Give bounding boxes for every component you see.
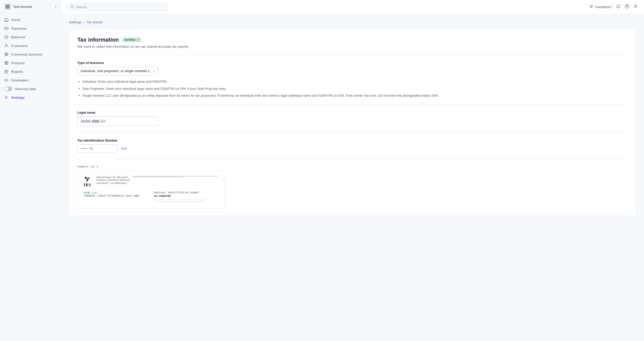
page-subtitle: We need to collect this information so w… — [77, 45, 628, 48]
business-type-bullets: Individual: Enter your individual legal … — [77, 79, 628, 98]
customers-icon — [4, 43, 9, 48]
sidebar-item-customers[interactable]: Customers — [0, 41, 61, 50]
balances-icon — [4, 35, 9, 39]
svg-point-23 — [635, 5, 637, 7]
irs-ein-value: 12-3456789 — [154, 195, 218, 198]
sidebar-item-label-customers: Customers — [11, 44, 28, 48]
irs-dept-line1: DEPARTMENT OF TREASURY — [96, 176, 130, 179]
settings-icon — [4, 95, 9, 100]
svg-rect-10 — [5, 63, 6, 65]
home-icon — [4, 18, 9, 22]
sidebar-item-products[interactable]: Products — [0, 59, 61, 67]
search-placeholder: Search... — [76, 5, 90, 9]
svg-point-4 — [6, 44, 7, 46]
business-type-select[interactable]: Individual, sole proprietor, or single-m… — [77, 67, 158, 75]
irs-left-col: ACME LLC THERESA LOPEZ-FITZGERALD SOLE M… — [84, 191, 148, 203]
business-type-label: Type of business — [77, 61, 628, 65]
sidebar-item-label-developers: Developers — [11, 78, 28, 82]
tin-input[interactable] — [77, 144, 118, 153]
divider — [77, 55, 628, 55]
feedback-label: Feedback? — [595, 5, 612, 9]
bullet-individual: Individual: Enter your individual legal … — [82, 79, 628, 84]
svg-rect-1 — [5, 27, 8, 30]
account-name: Test Account — [13, 5, 53, 9]
sidebar-item-reports[interactable]: Reports — [0, 67, 61, 76]
irs-body: ACME LLC THERESA LOPEZ-FITZGERALD SOLE M… — [84, 191, 218, 203]
sample-ss4-label: Sample SS-4 — [77, 165, 628, 168]
irs-dept-info: DEPARTMENT OF TREASURY INTERNAL REVENUE … — [96, 176, 130, 185]
topbar: Search... Feedback? — [61, 0, 644, 14]
page-title: Tax information — [77, 37, 119, 43]
products-icon — [4, 61, 9, 65]
main-area: Search... Feedback? Settings › — [61, 0, 644, 341]
svg-rect-9 — [7, 61, 8, 63]
sidebar-item-home[interactable]: Home — [0, 15, 61, 24]
irs-company-name: ACME LLC — [84, 191, 148, 194]
sidebar-item-balances[interactable]: Balances — [0, 33, 61, 41]
sidebar-item-label-connected-accounts: Connected accounts — [11, 53, 42, 56]
bullet-llc: Single-member LLC (are disregarded as an… — [82, 93, 628, 98]
sidebar-item-label-products: Products — [11, 61, 25, 65]
sidebar-header: Test Account ▾ — [0, 0, 61, 13]
irs-right — [133, 176, 218, 178]
irs-text: IRS — [84, 183, 91, 187]
irs-dept-line3: CINCINNATI, OH 45999-0023 — [96, 182, 130, 185]
tin-group: Tax Identification Number Edit — [77, 139, 628, 153]
sidebar-item-label-home: Home — [11, 18, 20, 22]
breadcrumb-settings-link[interactable]: Settings — [69, 20, 81, 24]
svg-point-22 — [627, 7, 627, 8]
sidebar-item-payments[interactable]: Payments — [0, 24, 61, 33]
breadcrumb: Settings › Tax details — [69, 20, 636, 24]
sidebar-item-label-reports: Reports — [11, 70, 23, 74]
sidebar-item-settings[interactable]: Settings — [0, 93, 61, 102]
edit-link[interactable]: Edit — [121, 147, 127, 150]
feedback-button[interactable]: Feedback? — [589, 5, 612, 9]
bullet-sole-prop: Sole Proprietor: Enter your individual l… — [82, 86, 628, 91]
svg-line-16 — [6, 79, 7, 81]
user-icon[interactable] — [633, 4, 638, 10]
help-icon[interactable] — [625, 4, 629, 10]
search-bar[interactable]: Search... — [67, 3, 168, 11]
irs-owner-name: THERESA LOPEZ-FITZGERALD SOLE MBR — [84, 194, 148, 197]
connected-accounts-icon — [4, 52, 9, 57]
irs-logo: 🦅 IRS — [84, 176, 91, 187]
developers-icon — [4, 78, 9, 82]
irs-header: 🦅 IRS DEPARTMENT OF TREASURY INTERNAL RE… — [84, 176, 218, 187]
page-title-row: Tax information Verified ✓ — [77, 37, 628, 43]
verified-label: Verified — [124, 38, 135, 42]
svg-rect-0 — [6, 20, 7, 22]
divider-3 — [77, 132, 628, 132]
sidebar-item-label-balances: Balances — [11, 35, 25, 39]
irs-line-2 — [154, 201, 205, 202]
topbar-right: Feedback? — [589, 4, 638, 10]
megaphone-icon — [589, 5, 594, 9]
irs-sample-card: 🦅 IRS DEPARTMENT OF TREASURY INTERNAL RE… — [77, 171, 224, 209]
irs-ein-label: Employer Identification Number — [154, 191, 218, 194]
sidebar: Test Account ▾ Home Payments Balances — [0, 0, 61, 341]
business-type-select-wrapper: Individual, sole proprietor, or single-m… — [77, 67, 158, 75]
chevron-down-icon[interactable]: ▾ — [55, 5, 57, 8]
tin-row: Edit — [77, 144, 628, 153]
irs-right-col: Employer Identification Number 12-345678… — [154, 191, 218, 203]
page-content: Settings › Tax details Tax information V… — [61, 14, 644, 341]
sidebar-item-label-settings: Settings — [11, 96, 25, 99]
legal-name-input[interactable] — [77, 116, 158, 126]
logo-icon — [4, 3, 11, 10]
svg-rect-8 — [5, 61, 6, 63]
svg-point-17 — [6, 97, 7, 98]
checkmark-icon: ✓ — [137, 38, 139, 42]
legal-name-group: Legal name — [77, 111, 628, 126]
breadcrumb-separator: › — [83, 20, 85, 24]
bell-icon[interactable] — [616, 4, 621, 10]
payments-icon — [4, 26, 9, 31]
irs-dept-line2: INTERNAL REVENUE SERVICE — [96, 179, 130, 182]
sidebar-item-connected-accounts[interactable]: Connected accounts — [0, 50, 61, 59]
tax-info-card: Tax information Verified ✓ We need to co… — [69, 29, 636, 216]
business-type-group: Type of business Individual, sole propri… — [77, 61, 628, 98]
verified-badge: Verified ✓ — [122, 37, 141, 42]
irs-line-1 — [154, 200, 205, 200]
search-icon — [70, 5, 74, 9]
view-test-data-toggle[interactable] — [4, 87, 12, 91]
legal-name-label: Legal name — [77, 111, 628, 114]
sidebar-item-developers[interactable]: Developers — [0, 76, 61, 84]
